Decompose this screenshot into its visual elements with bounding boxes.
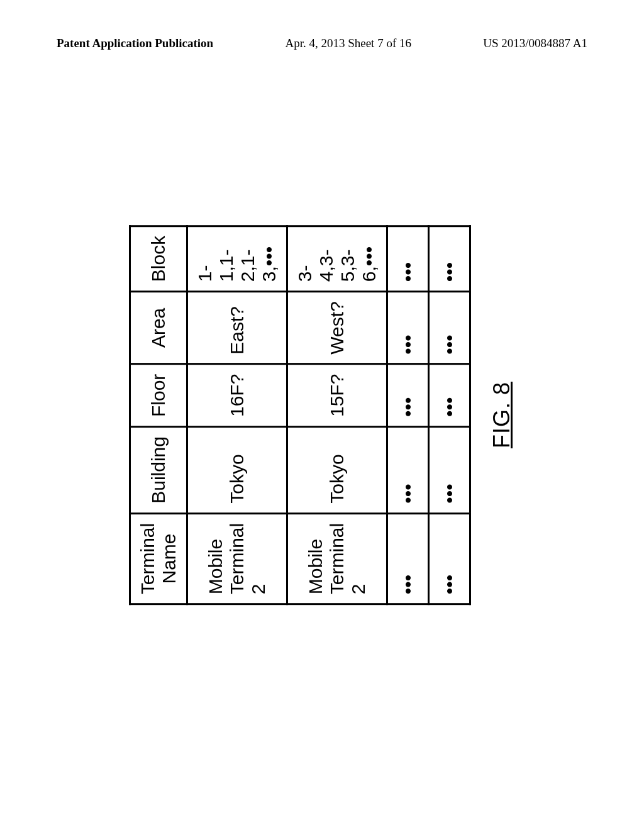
- cell-block: •••: [387, 226, 429, 291]
- cell-building: •••: [387, 427, 429, 514]
- figure-wrap: Terminal Name Building Floor Area Block …: [129, 225, 515, 605]
- cell-area: •••: [387, 292, 429, 364]
- figure-caption: FIG. 8: [489, 382, 515, 448]
- location-table: Terminal Name Building Floor Area Block …: [129, 225, 471, 605]
- cell-building: Tokyo: [287, 427, 387, 514]
- cell-floor: 15F?: [287, 364, 387, 426]
- cell-floor: •••: [387, 364, 429, 426]
- col-header-terminal: Terminal Name: [130, 513, 187, 604]
- cell-terminal: •••: [387, 513, 429, 604]
- cell-floor: •••: [429, 364, 470, 426]
- col-header-area: Area: [130, 292, 187, 364]
- col-header-building: Building: [130, 427, 187, 514]
- table-row: ••• ••• ••• ••• •••: [387, 226, 429, 604]
- header-center: Apr. 4, 2013 Sheet 7 of 16: [285, 36, 411, 50]
- cell-block: 1-1,1-2,1-3,•••: [187, 226, 287, 291]
- table-header-row: Terminal Name Building Floor Area Block: [130, 226, 187, 604]
- cell-terminal: •••: [429, 513, 470, 604]
- cell-area: •••: [429, 292, 470, 364]
- col-header-block: Block: [130, 226, 187, 291]
- cell-floor: 16F?: [187, 364, 287, 426]
- header-right: US 2013/0084887 A1: [483, 36, 587, 50]
- page-header: Patent Application Publication Apr. 4, 2…: [0, 36, 644, 50]
- table-row: Mobile Terminal 2 Tokyo 15F? West? 3-4,3…: [287, 226, 387, 604]
- cell-terminal: Mobile Terminal 2: [187, 513, 287, 604]
- table-row: ••• ••• ••• ••• •••: [429, 226, 470, 604]
- cell-area: East?: [187, 292, 287, 364]
- col-header-floor: Floor: [130, 364, 187, 426]
- cell-block: 3-4,3-5,3-6,•••: [287, 226, 387, 291]
- cell-terminal: Mobile Terminal 2: [287, 513, 387, 604]
- table-row: Mobile Terminal 2 Tokyo 16F? East? 1-1,1…: [187, 226, 287, 604]
- cell-building: Tokyo: [187, 427, 287, 514]
- cell-area: West?: [287, 292, 387, 364]
- cell-building: •••: [429, 427, 470, 514]
- cell-block: •••: [429, 226, 470, 291]
- figure-inner: Terminal Name Building Floor Area Block …: [129, 225, 515, 605]
- header-left: Patent Application Publication: [57, 36, 213, 50]
